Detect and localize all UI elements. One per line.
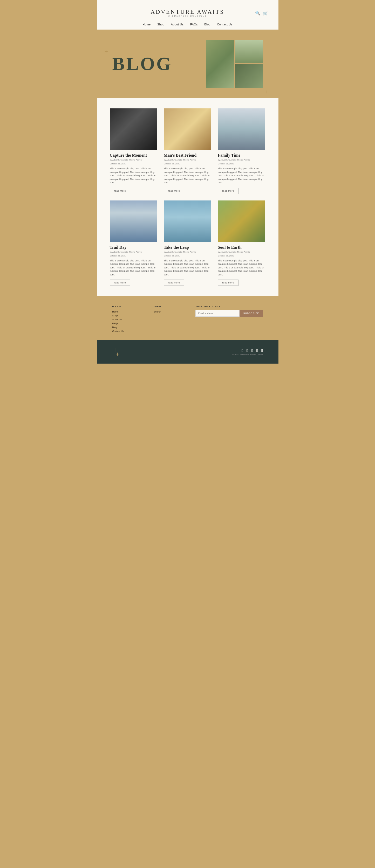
blog-card-3-excerpt: This is an example blog post. This is an…	[218, 167, 265, 185]
footer-link-home[interactable]: Home	[112, 310, 146, 313]
blog-grid: Capture the Moment by Adventure Awaits T…	[110, 108, 265, 286]
blog-card-3-read-more[interactable]: read more	[218, 188, 238, 194]
nav-about[interactable]: About Us	[171, 23, 183, 26]
footer-copyright: © 2021, Adventure Awaits Theme	[232, 353, 263, 356]
header-icons: 🔍 🛒	[255, 11, 268, 16]
blog-card-3-image	[218, 108, 265, 150]
blog-card-6-title: Soul to Earth	[218, 245, 265, 250]
footer-link-faqs[interactable]: FAQs	[112, 322, 146, 325]
footer-join-title: JOIN OUR LIST!	[195, 305, 263, 308]
blog-card-1-title: Capture the Moment	[110, 153, 157, 158]
footer-menu-col: MENU Home Shop About Us FAQs Blog Contac…	[112, 305, 146, 334]
blog-card-6-author: by Adventure Awaits Theme Admin	[218, 251, 250, 253]
hero-image-2	[235, 40, 263, 63]
footer-link-about[interactable]: About Us	[112, 318, 146, 321]
blog-card-6-image	[218, 200, 265, 242]
footer-social: ▯ ▯ ▯ ▯ ▯	[241, 348, 263, 352]
hero-section: + BLOG +	[97, 30, 279, 98]
blog-section: Capture the Moment by Adventure Awaits T…	[97, 98, 279, 296]
blog-card-5-meta: by Adventure Awaits Theme Admin October …	[164, 251, 211, 257]
cart-icon[interactable]: 🛒	[263, 11, 268, 16]
footer-email-row: subscribe	[195, 310, 263, 317]
nav-bar: Home Shop About Us FAQs Blog Contact Us	[107, 20, 268, 30]
blog-card-3-date: October 25, 2021	[218, 163, 234, 165]
nav-contact[interactable]: Contact Us	[217, 23, 232, 26]
blog-card-1: Capture the Moment by Adventure Awaits T…	[110, 108, 157, 194]
hero-plus-bottomright: +	[264, 88, 268, 95]
blog-card-4-title: Trail Day	[110, 245, 157, 250]
blog-card-5-title: Take the Leap	[164, 245, 211, 250]
twitter-icon[interactable]: ▯	[246, 348, 248, 352]
footer-link-contact[interactable]: Contact Us	[112, 330, 146, 333]
blog-card-5-author: by Adventure Awaits Theme Admin	[164, 251, 196, 253]
blog-card-2-read-more[interactable]: read more	[164, 188, 184, 194]
blog-card-6-meta: by Adventure Awaits Theme Admin October …	[218, 251, 265, 257]
site-header: Adventure Awaits Wilderness Boutique 🔍 🛒…	[97, 0, 279, 30]
blog-card-2-title: Man's Best Friend	[164, 153, 211, 158]
footer-info-title: INFO	[154, 305, 188, 308]
blog-card-3-title: Family Time	[218, 153, 265, 158]
blog-card-5: Take the Leap by Adventure Awaits Theme …	[164, 200, 211, 286]
blog-card-3-meta: by Adventure Awaits Theme Admin October …	[218, 159, 265, 165]
instagram-icon[interactable]: ▯	[256, 348, 258, 352]
blog-card-3-author: by Adventure Awaits Theme Admin	[218, 159, 250, 161]
footer-link-shop[interactable]: Shop	[112, 314, 146, 317]
pinterest-icon[interactable]: ▯	[251, 348, 253, 352]
blog-card-6-excerpt: This is an example blog post. This is an…	[218, 259, 265, 277]
blog-card-4-date: October 25, 2021	[110, 255, 126, 257]
footer-right: ▯ ▯ ▯ ▯ ▯ © 2021, Adventure Awaits Theme	[232, 348, 263, 356]
facebook-icon[interactable]: ▯	[241, 348, 243, 352]
blog-card-1-date: October 25, 2021	[110, 163, 126, 165]
blog-card-4-author: by Adventure Awaits Theme Admin	[110, 251, 142, 253]
blog-card-1-excerpt: This is an example blog post. This is an…	[110, 167, 157, 185]
blog-card-2-author: by Adventure Awaits Theme Admin	[164, 159, 196, 161]
search-icon[interactable]: 🔍	[255, 11, 260, 16]
footer-logo-mark: + +	[112, 345, 125, 359]
footer-info-col: INFO Search	[154, 305, 188, 334]
logo-title: Adventure Awaits	[150, 9, 224, 15]
nav-faqs[interactable]: FAQs	[190, 23, 198, 26]
footer-link-blog[interactable]: Blog	[112, 326, 146, 329]
footer-bottom: + + ▯ ▯ ▯ ▯ ▯ © 2021, Adventure Awaits T…	[97, 340, 279, 364]
blog-card-4-meta: by Adventure Awaits Theme Admin October …	[110, 251, 157, 257]
footer-link-search[interactable]: Search	[154, 310, 188, 313]
nav-blog[interactable]: Blog	[204, 23, 210, 26]
blog-card-3: Family Time by Adventure Awaits Theme Ad…	[218, 108, 265, 194]
hero-image-1	[206, 40, 234, 88]
blog-card-4: Trail Day by Adventure Awaits Theme Admi…	[110, 200, 157, 286]
rss-icon[interactable]: ▯	[261, 348, 263, 352]
blog-card-1-author: by Adventure Awaits Theme Admin	[110, 159, 142, 161]
footer-main: MENU Home Shop About Us FAQs Blog Contac…	[97, 296, 279, 340]
blog-card-5-excerpt: This is an example blog post. This is an…	[164, 259, 211, 277]
hero-plus-topleft: +	[105, 48, 108, 55]
hero-left: + BLOG	[112, 53, 173, 75]
hero-image-3	[235, 64, 263, 88]
blog-card-4-read-more[interactable]: read more	[110, 280, 131, 286]
footer-plus-icon: + +	[112, 345, 125, 359]
blog-card-1-image	[110, 108, 157, 150]
blog-card-5-image	[164, 200, 211, 242]
nav-home[interactable]: Home	[142, 23, 150, 26]
blog-card-6: Soul to Earth by Adventure Awaits Theme …	[218, 200, 265, 286]
nav-shop[interactable]: Shop	[157, 23, 165, 26]
blog-card-2-meta: by Adventure Awaits Theme Admin October …	[164, 159, 211, 165]
blog-card-1-read-more[interactable]: read more	[110, 188, 131, 194]
blog-card-2-image	[164, 108, 211, 150]
blog-card-2-excerpt: This is an example blog post. This is an…	[164, 167, 211, 185]
blog-card-6-date: October 25, 2021	[218, 255, 234, 257]
hero-images: +	[206, 40, 263, 88]
footer-email-input[interactable]	[195, 310, 240, 317]
svg-text:+: +	[115, 350, 119, 358]
logo-subtitle: Wilderness Boutique	[150, 15, 224, 17]
blog-card-2-date: October 25, 2021	[164, 163, 180, 165]
blog-card-4-excerpt: This is an example blog post. This is an…	[110, 259, 157, 277]
blog-card-1-meta: by Adventure Awaits Theme Admin October …	[110, 159, 157, 165]
footer-subscribe-button[interactable]: subscribe	[239, 310, 263, 317]
blog-card-6-read-more[interactable]: read more	[218, 280, 238, 286]
blog-card-2: Man's Best Friend by Adventure Awaits Th…	[164, 108, 211, 194]
footer-join-col: JOIN OUR LIST! subscribe	[195, 305, 263, 334]
logo-area: Adventure Awaits Wilderness Boutique	[150, 9, 224, 17]
header-top: Adventure Awaits Wilderness Boutique 🔍 🛒	[107, 5, 268, 20]
blog-card-5-read-more[interactable]: read more	[164, 280, 184, 286]
footer-menu-title: MENU	[112, 305, 146, 308]
